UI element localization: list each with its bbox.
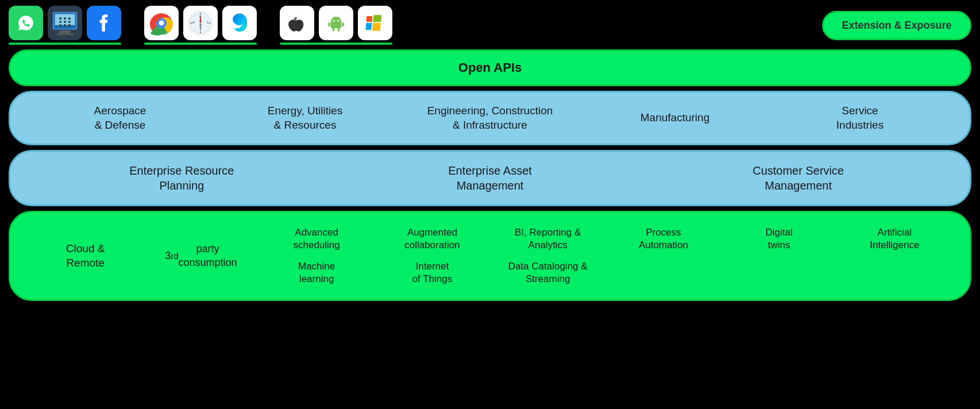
cap-3rd-party: 3rd partyconsumption [143,240,258,272]
open-apis-row: Open APIs [9,49,971,86]
industry-service: ServiceIndustries [767,104,952,132]
svg-point-9 [68,17,71,20]
svg-point-7 [59,17,61,20]
module-eam: Enterprise AssetManagement [336,163,645,193]
svg-rect-45 [333,28,335,31]
svg-rect-43 [328,22,330,26]
os-icons-group [280,6,392,45]
group3-underline [280,43,392,45]
svg-rect-50 [365,23,372,30]
industry-engineering: Engineering, Construction& Infrastructur… [398,104,582,132]
svg-point-13 [59,24,61,26]
cap-cloud-remote: Cloud &Remote [28,240,143,272]
svg-rect-44 [342,22,344,26]
svg-rect-51 [372,23,381,31]
safari-icon: N S W E [183,6,218,40]
cap-advanced-scheduling: Advancedscheduling [259,224,375,254]
edge-icon [222,6,257,40]
svg-point-40 [337,20,339,22]
svg-text:S: S [199,28,201,30]
svg-point-12 [68,21,71,23]
facebook-icon [87,6,121,40]
extension-exposure-box: Extension & Exposure [822,11,971,40]
svg-text:N: N [199,16,201,18]
cap-artificial-intelligence: ArtificialIntelligence [837,224,952,254]
svg-point-14 [64,24,66,26]
open-apis-label: Open APIs [458,60,522,75]
messaging-icons-group [9,6,121,45]
svg-point-11 [64,21,66,23]
svg-text:W: W [192,21,195,24]
windows-icon [358,6,392,40]
browser-icons-group: N S W E [144,6,257,45]
svg-rect-6 [57,33,74,35]
svg-rect-46 [338,28,340,31]
module-csm: Customer ServiceManagement [644,163,952,193]
svg-rect-5 [59,31,70,33]
cap-digital-twins: Digitaltwins [722,224,837,254]
svg-rect-48 [366,16,372,22]
apple-icon [280,6,314,40]
industry-energy: Energy, Utilities& Resources [213,104,398,132]
icons-row: N S W E [9,6,971,45]
android-icon [319,6,353,40]
group2-underline [144,43,257,45]
whatsapp-icon [9,6,43,40]
modules-row: Enterprise ResourcePlanning Enterprise A… [9,150,971,206]
svg-point-15 [68,24,71,26]
cap-process-automation: ProcessAutomation [605,224,721,254]
svg-rect-49 [373,15,381,22]
cap-bi-reporting: BI, Reporting &Analytics [490,224,605,254]
chrome-icon [144,6,179,40]
industry-aerospace: Aerospace& Defense [28,104,213,132]
cap-machine-learning: Machinelearning [259,258,375,288]
cap-data-cataloging: Data Cataloging &Streaming [490,258,605,288]
capabilities-row: Cloud &Remote Advancedscheduling Augment… [9,211,971,300]
phone-icon [48,6,82,40]
svg-rect-38 [331,22,341,28]
svg-point-20 [159,20,164,25]
group1-underline [9,43,121,45]
cap-augmented-collaboration: Augmentedcollaboration [375,224,490,254]
svg-point-10 [59,21,61,23]
module-erp: Enterprise ResourcePlanning [28,163,336,193]
svg-point-39 [333,20,335,22]
svg-text:E: E [207,21,209,24]
cap-iot: Internetof Things [375,258,490,288]
industries-row: Aerospace& Defense Energy, Utilities& Re… [9,91,971,145]
industry-manufacturing: Manufacturing [582,111,767,125]
svg-point-8 [64,17,66,20]
